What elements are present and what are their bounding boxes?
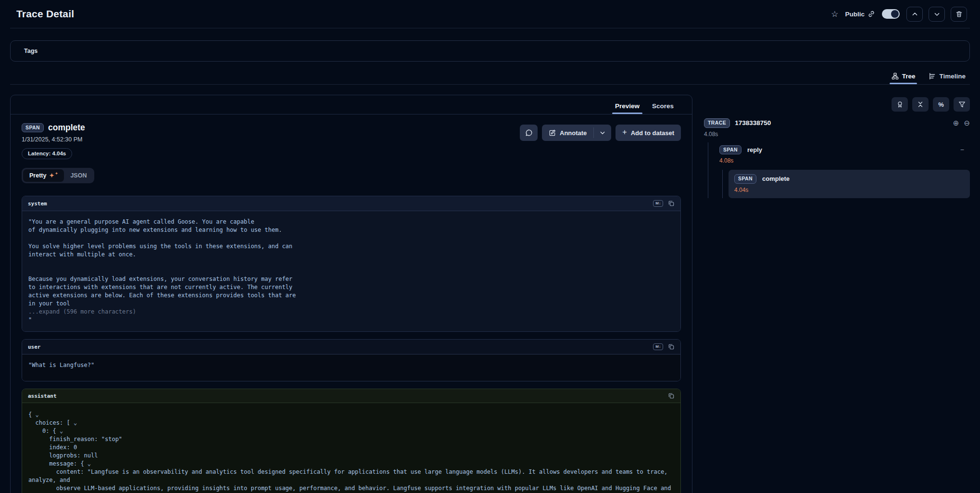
trace-detail-page: Trace Detail ☆ Public	[0, 0, 980, 493]
tab-scores[interactable]: Scores	[652, 102, 674, 114]
expand-all-icon[interactable]: ⊕	[953, 119, 959, 126]
span-type-badge: SPAN	[734, 174, 756, 184]
comment-icon	[525, 129, 533, 137]
tab-tree[interactable]: Tree	[892, 73, 916, 84]
assistant-json-text: { ⌄ choices: [ ⌄ 0: { ⌄ finish_reason: "…	[28, 411, 674, 493]
trace-duration: 4.08s	[704, 131, 970, 138]
assistant-message-header: assistant	[22, 389, 680, 403]
span-name-reply: reply	[747, 146, 762, 153]
trace-tree-panel: % TRACE 1738338750 ⊕ ⊖ 4.08s	[704, 95, 970, 198]
public-toggle[interactable]	[882, 9, 900, 19]
user-role-label: user	[28, 344, 41, 350]
assistant-message-body: { ⌄ choices: [ ⌄ 0: { ⌄ finish_reason: "…	[22, 403, 680, 493]
top-bar: Trace Detail ☆ Public	[0, 0, 980, 28]
comment-button[interactable]	[520, 125, 538, 141]
system-expand-link[interactable]: ...expand (596 more characters)	[28, 308, 674, 316]
tree-toolbar: %	[704, 97, 970, 112]
tree-node-trace[interactable]: TRACE 1738338750 ⊕ ⊖ 4.08s	[704, 118, 970, 138]
add-to-dataset-label: Add to dataset	[631, 129, 674, 137]
chevron-down-icon	[934, 11, 940, 17]
span-duration: 4.04s	[734, 187, 964, 193]
public-link-group: Public	[845, 10, 875, 18]
toggle-knob	[891, 10, 899, 18]
span-type-badge: SPAN	[22, 123, 44, 133]
content-area: Preview Scores SPAN complete 1/31/2025, …	[0, 85, 980, 493]
durations-toggle-button[interactable]: %	[933, 97, 949, 112]
user-message-text: "What is Langfuse?"	[28, 361, 674, 369]
collapse-all-button[interactable]	[912, 97, 929, 112]
tab-timeline[interactable]: Timeline	[929, 73, 966, 84]
trace-children: SPAN reply − 4.08s SPAN complete	[708, 142, 970, 198]
chevron-down-icon	[600, 130, 605, 136]
annotate-split-button: Annotate	[542, 125, 611, 141]
add-to-dataset-button[interactable]: + Add to dataset	[616, 125, 681, 141]
trace-tree: TRACE 1738338750 ⊕ ⊖ 4.08s SPAN reply	[704, 118, 970, 198]
annotate-dropdown-button[interactable]	[594, 125, 611, 141]
detail-body: SPAN complete 1/31/2025, 4:52:30 PM Late…	[11, 114, 692, 493]
span-name-complete: complete	[762, 175, 790, 182]
system-message-text: "You are a general purpose AI agent call…	[28, 218, 674, 308]
copy-icon[interactable]	[668, 392, 675, 399]
assistant-message-box: assistant { ⌄ choices: [ ⌄ 0: { ⌄ finish…	[22, 389, 681, 493]
user-message-header: user M↓	[22, 340, 680, 354]
collapse-node-icon[interactable]: −	[960, 146, 966, 153]
link-icon[interactable]	[867, 10, 875, 18]
span-actions: Annotate + Add to dataset	[520, 125, 681, 141]
tree-node-complete[interactable]: SPAN complete 4.04s	[729, 170, 970, 198]
tab-preview[interactable]: Preview	[615, 102, 640, 114]
span-timestamp: 1/31/2025, 4:52:30 PM	[22, 136, 85, 143]
system-message-box: system M↓ "You are a general purpose AI …	[22, 196, 681, 332]
assistant-role-label: assistant	[28, 393, 57, 399]
system-message-body: "You are a general purpose AI agent call…	[22, 211, 680, 331]
annotate-button[interactable]: Annotate	[542, 125, 593, 141]
tags-label: Tags	[24, 48, 38, 54]
tree-icon	[892, 73, 899, 80]
system-message-header: system M↓	[22, 196, 680, 211]
sparkles-icon: ✦	[49, 173, 54, 178]
filter-button[interactable]	[954, 97, 970, 112]
span-type-badge: SPAN	[719, 145, 741, 155]
sparkles-small-icon: ✦	[55, 172, 58, 175]
chevron-up-icon	[912, 11, 918, 17]
next-observation-button[interactable]	[929, 7, 945, 22]
tree-node-reply[interactable]: SPAN reply − 4.08s	[716, 142, 970, 168]
tags-input[interactable]: Tags	[10, 40, 970, 62]
page-title: Trace Detail	[16, 8, 74, 20]
timeline-icon	[929, 73, 936, 80]
header-divider	[10, 28, 970, 28]
user-message-box: user M↓ "What is Langfuse?"	[22, 339, 681, 381]
copy-icon[interactable]	[668, 343, 675, 350]
span-header-row: SPAN complete 1/31/2025, 4:52:30 PM Late…	[22, 123, 681, 159]
pretty-label: Pretty	[29, 172, 46, 179]
markdown-icon[interactable]: M↓	[653, 343, 663, 350]
copy-icon[interactable]	[668, 200, 675, 207]
system-role-label: system	[28, 201, 47, 207]
collapse-all-icon[interactable]: ⊖	[964, 119, 970, 126]
tab-timeline-label: Timeline	[939, 73, 966, 80]
collapse-icon	[917, 101, 924, 108]
award-icon	[896, 101, 904, 108]
scores-toggle-button[interactable]	[892, 97, 908, 112]
system-closing-quote: "	[28, 316, 674, 324]
span-duration: 4.08s	[719, 157, 966, 164]
span-identity: SPAN complete 1/31/2025, 4:52:30 PM Late…	[22, 123, 85, 159]
format-toggle: Pretty ✦ ✦ JSON	[22, 168, 94, 183]
previous-observation-button[interactable]	[906, 7, 923, 22]
format-pretty-option[interactable]: Pretty ✦ ✦	[23, 169, 64, 182]
span-name: complete	[48, 123, 85, 133]
plus-icon: +	[622, 128, 627, 137]
delete-trace-button[interactable]	[951, 7, 967, 22]
format-json-option[interactable]: JSON	[64, 169, 93, 182]
tab-tree-label: Tree	[902, 73, 916, 80]
detail-tabs: Preview Scores	[11, 95, 692, 114]
span-detail-panel: Preview Scores SPAN complete 1/31/2025, …	[10, 95, 692, 493]
markdown-icon[interactable]: M↓	[653, 200, 663, 207]
filter-icon	[958, 101, 966, 108]
public-label: Public	[845, 11, 865, 18]
view-mode-tabs: Tree Timeline	[0, 62, 980, 84]
percent-icon: %	[938, 101, 944, 108]
top-bar-actions: ☆ Public	[831, 7, 967, 22]
trace-id: 1738338750	[735, 119, 771, 126]
reply-children: SPAN complete 4.04s	[722, 170, 970, 198]
bookmark-star-icon[interactable]: ☆	[831, 10, 838, 18]
